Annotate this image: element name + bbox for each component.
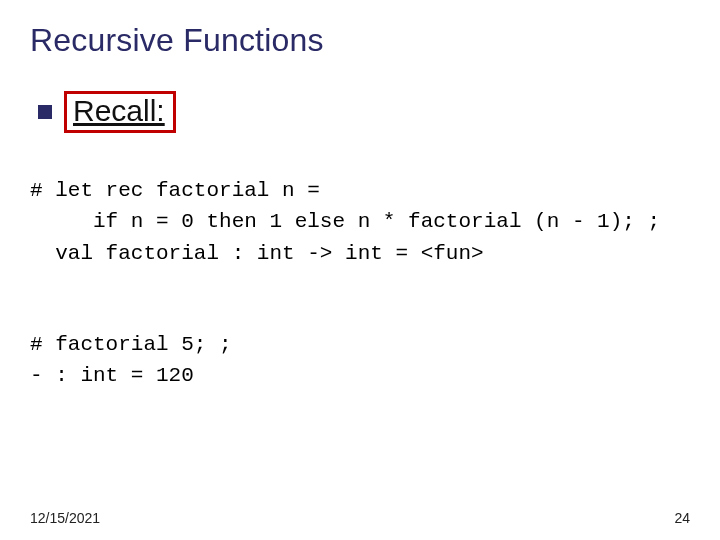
slide: Recursive Functions Recall: # let rec fa… — [0, 0, 720, 540]
slide-title: Recursive Functions — [30, 22, 690, 59]
recall-label: Recall: — [73, 94, 165, 127]
code-block-1: # let rec factorial n = if n = 0 then 1 … — [30, 143, 690, 269]
code-line: if n = 0 then 1 else n * factorial (n - … — [30, 210, 660, 233]
footer: 12/15/2021 24 — [30, 510, 690, 526]
code-block-2: # factorial 5; ; - : int = 120 — [30, 297, 690, 392]
code-line: # factorial 5; ; — [30, 333, 232, 356]
recall-row: Recall: — [30, 91, 690, 133]
footer-date: 12/15/2021 — [30, 510, 100, 526]
code-line: # let rec factorial n = — [30, 179, 320, 202]
bullet-icon — [38, 105, 52, 119]
highlight-box: Recall: — [64, 91, 176, 133]
footer-page-number: 24 — [674, 510, 690, 526]
code-line: val factorial : int -> int = <fun> — [30, 242, 484, 265]
code-line: - : int = 120 — [30, 364, 194, 387]
